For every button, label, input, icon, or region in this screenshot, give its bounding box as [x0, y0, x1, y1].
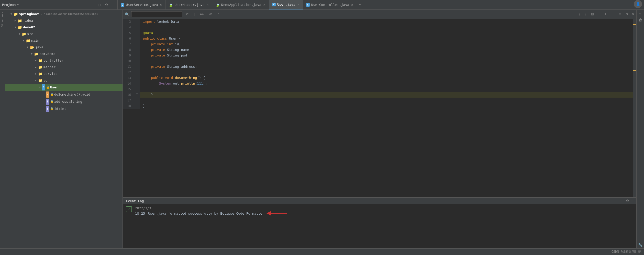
- align-button[interactable]: ⊤: [603, 12, 608, 17]
- tree-item-root[interactable]: ▼ 📁 springboot C:\laoding\work\IdeaWorkS…: [5, 11, 123, 17]
- tree-toggle-controller[interactable]: ▶: [34, 58, 38, 63]
- line-code-7: private int id;: [140, 41, 181, 47]
- tab-usercontroller[interactable]: C UserController.java ×: [303, 0, 357, 9]
- align3-button[interactable]: ≡: [617, 12, 623, 17]
- structure-label[interactable]: Structure: [1, 11, 4, 28]
- tree-item-address[interactable]: f 🔒 address:String: [5, 98, 123, 105]
- tree-item-demo02[interactable]: ▼ 📁 demo02: [5, 24, 123, 31]
- line-code-9: private String pwd;: [140, 53, 189, 58]
- tab-close-usercontroller[interactable]: ×: [351, 3, 353, 7]
- tree-label-comdemo: com.demo: [39, 51, 55, 57]
- tree-toggle-demo02[interactable]: ▼: [13, 25, 17, 30]
- tab-user[interactable]: C User.java ×: [269, 0, 303, 9]
- prev-match-button[interactable]: ↑: [577, 12, 582, 17]
- code-line-5: 5 @Data: [123, 30, 633, 36]
- tree-toggle-service[interactable]: ▶: [34, 71, 38, 77]
- wrench-icon[interactable]: 🔧: [638, 243, 642, 247]
- tree-toggle-main[interactable]: ▼: [21, 38, 26, 43]
- settings-button[interactable]: ⚙: [104, 2, 109, 7]
- tree-item-java[interactable]: ▼ 📂 java: [5, 44, 123, 51]
- tree-item-dosomething[interactable]: m 🔓 doSomething():void: [5, 91, 123, 98]
- line-code-14: System.out.println(111);: [140, 81, 207, 86]
- tree-item-controller[interactable]: ▶ 📁 controller: [5, 57, 123, 64]
- event-log-entry-left: ✓: [126, 206, 132, 216]
- code-line-15: 15: [123, 86, 633, 92]
- tree-label-controller: controller: [43, 58, 63, 63]
- search-nav-area: ↑ ↓ ⊟ | ⊤ ⊤ ≡ ▼ ×: [577, 12, 634, 17]
- tab-label-userservice: UserService.java: [126, 3, 158, 7]
- line-code-10: [140, 58, 145, 64]
- tab-close-userservice[interactable]: ×: [159, 3, 162, 7]
- tree-item-idea[interactable]: ▶ 📁 .idea: [5, 17, 123, 24]
- line-gutter-4: [134, 25, 140, 30]
- minimize-button[interactable]: −: [111, 2, 115, 7]
- tab-close-usermapper[interactable]: ×: [206, 3, 209, 7]
- event-time: 18:25: [135, 212, 145, 215]
- event-log-text: 2022/3/3 18:25 User.java formatted succe…: [135, 206, 633, 216]
- event-log-close-button[interactable]: −: [631, 199, 633, 203]
- tree-toggle-user[interactable]: ▼: [38, 85, 42, 90]
- method-badge-dosomething: m: [46, 91, 49, 98]
- tree-item-service[interactable]: ▶ 📁 service: [5, 71, 123, 77]
- field-badge-address: f: [46, 99, 49, 105]
- event-log-content: ✓ 2022/3/3 18:25 User.java formatted suc…: [123, 204, 636, 248]
- tree-item-user-class[interactable]: ▼ C 🔓 User: [5, 84, 123, 91]
- tree-item-vo[interactable]: ▼ 📁 vo: [5, 77, 123, 84]
- tab-userservice[interactable]: C UserService.java ×: [118, 0, 165, 9]
- fold-icon-16[interactable]: −: [136, 94, 138, 96]
- tab-close-user[interactable]: ×: [297, 2, 299, 7]
- filter-button[interactable]: ▼: [624, 12, 630, 17]
- regex-button[interactable]: .*: [215, 12, 220, 17]
- event-log-actions: ⚙ −: [626, 199, 633, 203]
- folder-icon-main: 📁: [26, 38, 30, 43]
- code-line-7: 7 private int id;: [123, 41, 633, 47]
- favorites-icon[interactable]: ☆: [639, 11, 641, 15]
- search-close-button[interactable]: ×: [632, 12, 634, 17]
- project-sidebar: ▼ 📁 springboot C:\laoding\work\IdeaWorkS…: [5, 10, 123, 248]
- project-header-actions: ⊟ ⚙ −: [97, 2, 115, 7]
- tree-toggle-idea[interactable]: ▶: [13, 18, 17, 24]
- event-log-checkbox[interactable]: ✓: [126, 206, 132, 212]
- whole-word-button[interactable]: W: [207, 12, 213, 17]
- line-number-18: 18: [123, 103, 134, 109]
- refresh-button[interactable]: ↺: [184, 12, 190, 17]
- trash-icon[interactable]: 🗑: [639, 18, 642, 22]
- access-icon-dosomething: 🔓: [50, 92, 54, 97]
- tree-item-mapper[interactable]: ▶ 📁 mapper: [5, 64, 123, 71]
- tree-toggle-mapper[interactable]: ▶: [34, 64, 38, 70]
- pin-button[interactable]: ⊟: [97, 2, 102, 7]
- tree-toggle-java[interactable]: ▼: [26, 44, 30, 50]
- line-gutter-14: [134, 81, 140, 86]
- tab-usermapper[interactable]: 🍃 UserMapper.java ×: [165, 0, 212, 9]
- code-line-4: 4: [123, 25, 633, 30]
- tree-toggle-root[interactable]: ▼: [9, 11, 13, 17]
- tree-label-mapper: mapper: [43, 64, 55, 70]
- code-content[interactable]: 3 import lombok.Data; 4 5 @Data: [123, 19, 633, 197]
- tree-item-src[interactable]: ▼ 📁 src: [5, 31, 123, 37]
- folder-icon-java: 📂: [30, 45, 34, 50]
- main-area: Structure ▼ 📁 springboot C:\laoding\work…: [0, 10, 644, 248]
- more-tabs-button[interactable]: ▾: [357, 0, 363, 9]
- tree-toggle-vo[interactable]: ▼: [34, 78, 38, 83]
- code-line-9: 9 private String pwd;: [123, 53, 633, 58]
- tree-item-id[interactable]: f 🔒 id:int: [5, 105, 123, 112]
- fold-icon-13[interactable]: −: [136, 77, 138, 79]
- line-code-18: }: [140, 103, 145, 109]
- expand-button[interactable]: ⊟: [590, 12, 595, 17]
- tree-label-idea: .idea: [23, 18, 33, 24]
- next-match-button[interactable]: ↓: [583, 12, 588, 17]
- case-sensitive-button[interactable]: Aa: [198, 12, 205, 17]
- event-message: 18:25 User.java formatted successfully b…: [135, 211, 633, 216]
- line-number-3: 3: [123, 19, 134, 25]
- tab-demoapplication[interactable]: 🍃 DemoApplication.java ×: [212, 0, 269, 9]
- tree-toggle-src[interactable]: ▼: [17, 31, 21, 37]
- avatar[interactable]: 👤: [634, 0, 642, 8]
- search-input[interactable]: [131, 11, 182, 17]
- tree-item-comdemo[interactable]: ▼ 📁 com.demo: [5, 51, 123, 57]
- align2-button[interactable]: ⊤: [610, 12, 616, 17]
- tree-item-main[interactable]: ▼ 📁 main: [5, 37, 123, 44]
- tab-close-demoapplication[interactable]: ×: [263, 3, 266, 7]
- event-log-settings-button[interactable]: ⚙: [626, 199, 629, 203]
- tree-toggle-comdemo[interactable]: ▼: [30, 51, 34, 57]
- access-icon-user: 🔓: [46, 85, 50, 90]
